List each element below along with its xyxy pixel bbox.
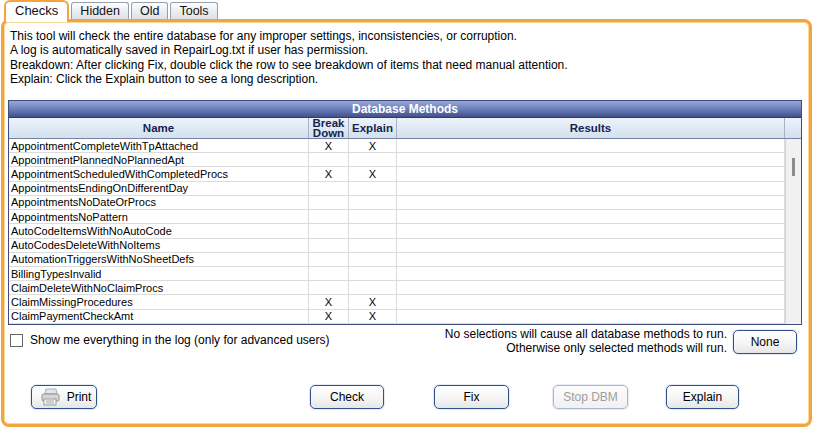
tab-checks[interactable]: Checks: [4, 0, 69, 22]
row-explain-cell: [349, 267, 397, 280]
instruction-line-2: A log is automatically saved in RepairLo…: [10, 43, 568, 57]
show-everything-checkbox[interactable]: [10, 334, 23, 347]
instruction-line-1: This tool will check the entire database…: [10, 29, 568, 43]
grid-row[interactable]: AutoCodesDeleteWithNoItems: [9, 239, 801, 253]
row-name-cell: AppointmentPlannedNoPlannedApt: [9, 153, 309, 166]
instructions-block: This tool will check the entire database…: [10, 29, 568, 87]
row-break-down-cell: [309, 253, 349, 266]
grid-row[interactable]: AutomationTriggersWithNoSheetDefs: [9, 253, 801, 267]
row-name-cell: AppointmentsEndingOnDifferentDay: [9, 182, 309, 195]
row-results-cell: [397, 253, 785, 266]
row-break-down-cell: [309, 196, 349, 209]
tab-strip: Checks Hidden Old Tools: [4, 0, 220, 22]
grid-row[interactable]: AppointmentCompleteWithTpAttached X X: [9, 139, 801, 153]
row-results-cell: [397, 210, 785, 223]
grid-row[interactable]: BillingTypesInvalid: [9, 267, 801, 281]
check-button[interactable]: Check: [310, 385, 384, 409]
column-header-break-down[interactable]: Break Down: [309, 118, 349, 138]
row-name-cell: AppointmentsNoPattern: [9, 210, 309, 223]
printer-icon: [38, 388, 62, 407]
grid-row[interactable]: ClaimMissingProcedures X X: [9, 295, 801, 309]
grid-row[interactable]: ClaimDeleteWithNoClaimProcs: [9, 281, 801, 295]
column-header-name[interactable]: Name: [9, 118, 309, 138]
row-explain-cell: X: [349, 310, 397, 323]
row-explain-cell: [349, 281, 397, 294]
row-break-down-cell: X: [309, 139, 349, 152]
row-explain-cell: [349, 196, 397, 209]
row-results-cell: [397, 295, 785, 308]
row-break-down-cell: X: [309, 310, 349, 323]
row-results-cell: [397, 267, 785, 280]
selection-note-line-1: No selections will cause all database me…: [445, 328, 727, 342]
row-break-down-cell: [309, 210, 349, 223]
row-results-cell: [397, 224, 785, 237]
selection-note: No selections will cause all database me…: [445, 328, 727, 355]
row-break-down-cell: [309, 281, 349, 294]
column-header-results[interactable]: Results: [397, 118, 785, 138]
database-maintenance-window: Checks Hidden Old Tools This tool will c…: [0, 0, 814, 429]
row-results-cell: [397, 196, 785, 209]
fix-button[interactable]: Fix: [434, 385, 509, 409]
grid-row[interactable]: AutoCodeItemsWithNoAutoCode: [9, 224, 801, 238]
explain-button[interactable]: Explain: [666, 385, 739, 409]
selection-note-line-2: Otherwise only selected methods will run…: [445, 342, 727, 356]
column-header-explain[interactable]: Explain: [349, 118, 397, 138]
row-name-cell: BillingTypesInvalid: [9, 267, 309, 280]
row-name-cell: ClaimPaymentCheckAmt: [9, 310, 309, 323]
print-button[interactable]: Print: [31, 385, 97, 409]
grid-row[interactable]: AppointmentsNoPattern: [9, 210, 801, 224]
column-header-spacer: [785, 118, 801, 138]
row-break-down-cell: X: [309, 167, 349, 180]
row-name-cell: ClaimDeleteWithNoClaimProcs: [9, 281, 309, 294]
row-explain-cell: [349, 239, 397, 252]
tab-old[interactable]: Old: [131, 2, 168, 19]
row-results-cell: [397, 139, 785, 152]
row-break-down-cell: [309, 153, 349, 166]
print-button-label: Print: [62, 390, 96, 404]
grid-row[interactable]: AppointmentScheduledWithCompletedProcs X…: [9, 167, 801, 181]
row-name-cell: AppointmentsNoDateOrProcs: [9, 196, 309, 209]
row-explain-cell: X: [349, 167, 397, 180]
row-break-down-cell: [309, 182, 349, 195]
row-explain-cell: [349, 182, 397, 195]
row-results-cell: [397, 239, 785, 252]
grid-body: AppointmentCompleteWithTpAttached X X Ap…: [9, 139, 801, 324]
row-explain-cell: [349, 210, 397, 223]
grid-vertical-scrollbar[interactable]: [785, 139, 801, 324]
row-name-cell: AppointmentScheduledWithCompletedProcs: [9, 167, 309, 180]
stop-dbm-button[interactable]: Stop DBM: [553, 385, 628, 409]
instruction-line-4: Explain: Click the Explain button to see…: [10, 72, 568, 86]
row-name-cell: ClaimMissingProcedures: [9, 295, 309, 308]
row-explain-cell: [349, 253, 397, 266]
row-name-cell: AutoCodesDeleteWithNoItems: [9, 239, 309, 252]
row-explain-cell: X: [349, 295, 397, 308]
row-break-down-cell: [309, 267, 349, 280]
row-break-down-cell: [309, 224, 349, 237]
grid-row[interactable]: ClaimPaymentCheckAmt X X: [9, 310, 801, 324]
row-name-cell: AppointmentCompleteWithTpAttached: [9, 139, 309, 152]
grid-row[interactable]: AppointmentsNoDateOrProcs: [9, 196, 801, 210]
tab-hidden[interactable]: Hidden: [71, 2, 129, 19]
grid-scrollbar-thumb[interactable]: [792, 158, 795, 176]
grid-title: Database Methods: [9, 101, 801, 118]
none-button[interactable]: None: [733, 330, 797, 354]
grid-header-row: Name Break Down Explain Results: [9, 118, 801, 139]
row-break-down-cell: X: [309, 295, 349, 308]
tab-tools[interactable]: Tools: [170, 2, 217, 19]
database-methods-grid: Database Methods Name Break Down Explain…: [8, 100, 802, 325]
instruction-line-3: Breakdown: After clicking Fix, double cl…: [10, 58, 568, 72]
show-everything-label: Show me everything in the log (only for …: [30, 333, 330, 347]
row-name-cell: AutoCodeItemsWithNoAutoCode: [9, 224, 309, 237]
grid-row[interactable]: AppointmentsEndingOnDifferentDay: [9, 182, 801, 196]
grid-row[interactable]: AppointmentPlannedNoPlannedApt: [9, 153, 801, 167]
row-results-cell: [397, 310, 785, 323]
row-results-cell: [397, 167, 785, 180]
row-results-cell: [397, 153, 785, 166]
show-everything-option: Show me everything in the log (only for …: [10, 333, 330, 347]
row-explain-cell: X: [349, 139, 397, 152]
row-name-cell: AutomationTriggersWithNoSheetDefs: [9, 253, 309, 266]
row-results-cell: [397, 281, 785, 294]
row-break-down-cell: [309, 239, 349, 252]
row-explain-cell: [349, 153, 397, 166]
row-explain-cell: [349, 224, 397, 237]
